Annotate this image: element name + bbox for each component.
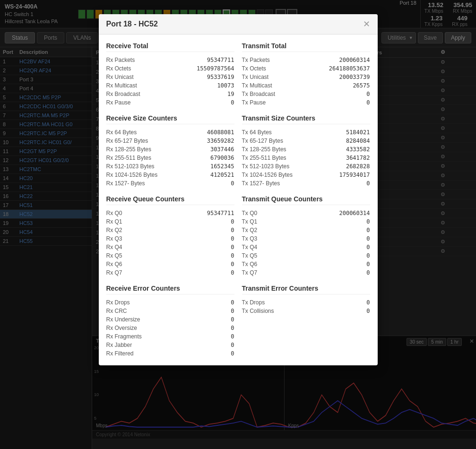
stat-label: Tx Q1	[242, 218, 258, 225]
transmit-size-section: Transmit Size Counters Tx 64 Bytes518402…	[242, 114, 370, 188]
stat-label: Rx Pause	[106, 99, 131, 106]
stat-label: Rx 128-255 Bytes	[106, 146, 151, 153]
stat-value: 0	[366, 99, 370, 106]
stat-line: Tx Unicast200033739	[242, 73, 370, 81]
stat-line: Rx Q095347711	[106, 209, 234, 217]
stat-line: Tx Q40	[242, 243, 370, 251]
stat-label: Rx Fragments	[106, 333, 142, 340]
stat-line: Rx Jabber0	[106, 341, 234, 349]
transmit-total-section: Transmit Total Tx Packets200060314Tx Oct…	[242, 42, 370, 107]
stat-value: 0	[366, 308, 370, 314]
stat-value: 4333582	[346, 146, 370, 153]
stat-line: Rx Drops0	[106, 298, 234, 307]
stat-value: 8284084	[346, 138, 370, 144]
stat-value: 5184021	[346, 129, 370, 136]
stat-line: Rx Packets95347711	[106, 56, 234, 64]
receive-total-items: Rx Packets95347711Rx Octets15509787564Rx…	[106, 56, 234, 107]
modal-right-col: Transmit Total Tx Packets200060314Tx Oct…	[242, 42, 370, 358]
stat-value: 0	[231, 99, 234, 106]
stat-line: Tx Octets264188053637	[242, 64, 370, 73]
stat-value: 10073	[217, 82, 234, 89]
stat-value: 0	[231, 180, 234, 187]
stat-value: 4120521	[210, 172, 234, 178]
stat-value: 0	[231, 261, 234, 268]
stat-value: 3641782	[346, 155, 370, 161]
stat-label: Rx Q3	[106, 235, 122, 242]
stat-label: Rx Unicast	[106, 74, 134, 80]
stat-label: Rx Packets	[106, 57, 135, 63]
receive-error-section: Receive Error Counters Rx Drops0Rx CRC0R…	[106, 285, 234, 358]
stat-label: Tx Q5	[242, 252, 258, 259]
transmit-queue-title: Transmit Queue Counters	[242, 195, 370, 205]
stat-line: Tx Collisions0	[242, 307, 370, 315]
stat-label: Rx 1527- Bytes	[106, 180, 145, 187]
receive-queue-section: Receive Queue Counters Rx Q095347711Rx Q…	[106, 195, 234, 277]
stat-line: Rx 65-127 Bytes33659282	[106, 137, 234, 145]
stat-line: Tx Broadcast0	[242, 90, 370, 98]
stat-value: 33659282	[207, 138, 234, 144]
stat-value: 0	[231, 333, 234, 340]
stat-value: 0	[366, 227, 370, 233]
stat-value: 95347711	[207, 210, 234, 216]
stat-label: Rx Undersize	[106, 316, 140, 323]
stat-value: 0	[366, 244, 370, 250]
stat-value: 0	[231, 269, 234, 276]
stat-label: Rx Q2	[106, 227, 122, 233]
stat-line: Rx Multicast10073	[106, 81, 234, 90]
receive-error-items: Rx Drops0Rx CRC0Rx Undersize0Rx Oversize…	[106, 298, 234, 358]
modal-overlay[interactable]: Port 18 - HC52 ✕ Receive Total Rx Packet…	[0, 0, 476, 449]
stat-label: Tx 255-511 Bytes	[242, 155, 286, 161]
stat-label: Tx Multicast	[242, 82, 272, 89]
stat-value: 95337619	[207, 74, 234, 80]
stat-value: 0	[231, 235, 234, 242]
stat-label: Tx Octets	[242, 65, 266, 72]
stat-label: Rx Q5	[106, 252, 122, 259]
stat-value: 0	[366, 180, 370, 187]
stat-line: Tx 255-511 Bytes3641782	[242, 154, 370, 162]
stat-label: Tx Q4	[242, 244, 258, 250]
stat-line: Rx Q20	[106, 226, 234, 234]
receive-total-section: Receive Total Rx Packets95347711Rx Octet…	[106, 42, 234, 107]
stat-label: Rx 1024-1526 Bytes	[106, 172, 158, 178]
transmit-size-items: Tx 64 Bytes5184021Tx 65-127 Bytes8284084…	[242, 128, 370, 188]
stat-value: 3037446	[210, 146, 234, 153]
stat-label: Tx Packets	[242, 57, 270, 63]
modal-close-button[interactable]: ✕	[363, 20, 370, 28]
stat-line: Tx Q60	[242, 260, 370, 268]
stat-value: 0	[231, 316, 234, 323]
stat-label: Tx Drops	[242, 299, 265, 306]
stat-label: Tx 1527- Bytes	[242, 180, 280, 187]
modal-header: Port 18 - HC52 ✕	[99, 14, 378, 35]
stat-value: 6790036	[210, 155, 234, 161]
stat-value: 0	[231, 252, 234, 259]
stat-label: Rx Q4	[106, 244, 122, 250]
stat-line: Tx Q20	[242, 226, 370, 234]
stat-line: Tx 64 Bytes5184021	[242, 128, 370, 137]
stat-value: 0	[231, 227, 234, 233]
stat-line: Rx Q60	[106, 260, 234, 268]
stat-line: Tx Q0200060314	[242, 209, 370, 217]
stat-label: Rx 512-1023 Bytes	[106, 163, 155, 170]
stat-line: Rx Unicast95337619	[106, 73, 234, 81]
port-stats-modal: Port 18 - HC52 ✕ Receive Total Rx Packet…	[99, 14, 378, 365]
stat-value: 0	[231, 218, 234, 225]
stat-label: Tx 128-255 Bytes	[242, 146, 286, 153]
stat-label: Tx Q2	[242, 227, 258, 233]
stat-value: 0	[231, 308, 234, 314]
stat-label: Tx Q6	[242, 261, 258, 268]
stat-value: 46088081	[207, 129, 234, 136]
stat-value: 19	[227, 91, 234, 97]
transmit-error-section: Transmit Error Counters Tx Drops0Tx Coll…	[242, 285, 370, 315]
stat-value: 0	[366, 252, 370, 259]
modal-left-col: Receive Total Rx Packets95347711Rx Octet…	[106, 42, 234, 358]
stat-line: Rx Oversize0	[106, 324, 234, 332]
stat-line: Tx 1527- Bytes0	[242, 179, 370, 188]
stat-line: Rx Q50	[106, 251, 234, 260]
stat-value: 0	[231, 244, 234, 250]
stat-line: Rx 512-1023 Bytes1652345	[106, 162, 234, 171]
stat-line: Rx Q40	[106, 243, 234, 251]
stat-value: 200033739	[339, 74, 370, 80]
transmit-error-items: Tx Drops0Tx Collisions0	[242, 298, 370, 315]
stat-line: Rx CRC0	[106, 307, 234, 315]
stat-label: Tx Pause	[242, 99, 266, 106]
